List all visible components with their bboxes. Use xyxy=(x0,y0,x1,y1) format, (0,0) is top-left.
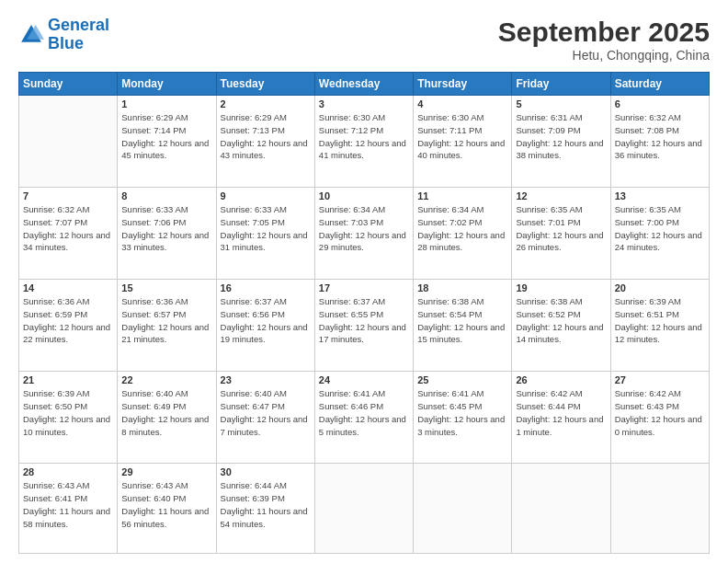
day-number: 14 xyxy=(23,282,113,293)
day-number: 25 xyxy=(417,374,507,385)
cell-w4-d6: 26Sunrise: 6:42 AMSunset: 6:44 PMDayligh… xyxy=(512,372,610,464)
cell-w3-d2: 15Sunrise: 6:36 AMSunset: 6:57 PMDayligh… xyxy=(118,280,216,372)
page: General Blue September 2025 Hetu, Chongq… xyxy=(0,0,728,563)
sun-info: Sunrise: 6:41 AMSunset: 6:46 PMDaylight:… xyxy=(319,387,409,438)
calendar-header: Sunday Monday Tuesday Wednesday Thursday… xyxy=(19,73,710,96)
sun-info: Sunrise: 6:39 AMSunset: 6:50 PMDaylight:… xyxy=(23,387,113,438)
sun-info: Sunrise: 6:43 AMSunset: 6:41 PMDaylight:… xyxy=(23,479,113,530)
cell-w3-d7: 20Sunrise: 6:39 AMSunset: 6:51 PMDayligh… xyxy=(610,280,709,372)
day-number: 4 xyxy=(417,98,507,109)
cell-w5-d7 xyxy=(610,464,709,554)
sun-info: Sunrise: 6:40 AMSunset: 6:47 PMDaylight:… xyxy=(221,387,311,438)
cell-w5-d5 xyxy=(414,464,512,554)
sun-info: Sunrise: 6:40 AMSunset: 6:49 PMDaylight:… xyxy=(121,387,211,438)
day-number: 3 xyxy=(319,98,409,109)
day-number: 1 xyxy=(121,98,211,109)
day-number: 8 xyxy=(121,190,211,201)
cell-w3-d6: 19Sunrise: 6:38 AMSunset: 6:52 PMDayligh… xyxy=(512,280,610,372)
cell-w4-d3: 23Sunrise: 6:40 AMSunset: 6:47 PMDayligh… xyxy=(216,372,314,464)
cell-w5-d4 xyxy=(314,464,413,554)
day-number: 21 xyxy=(23,374,113,385)
cell-w1-d7: 6Sunrise: 6:32 AMSunset: 7:08 PMDaylight… xyxy=(610,96,709,188)
cell-w2-d2: 8Sunrise: 6:33 AMSunset: 7:06 PMDaylight… xyxy=(118,188,216,280)
calendar-table: Sunday Monday Tuesday Wednesday Thursday… xyxy=(18,72,710,554)
cell-w5-d6 xyxy=(512,464,610,554)
week-row-4: 21Sunrise: 6:39 AMSunset: 6:50 PMDayligh… xyxy=(19,372,710,464)
sun-info: Sunrise: 6:32 AMSunset: 7:08 PMDaylight:… xyxy=(615,111,705,162)
sun-info: Sunrise: 6:37 AMSunset: 6:55 PMDaylight:… xyxy=(319,295,409,346)
day-number: 24 xyxy=(319,374,409,385)
day-number: 28 xyxy=(23,466,113,477)
cell-w3-d1: 14Sunrise: 6:36 AMSunset: 6:59 PMDayligh… xyxy=(19,280,118,372)
week-row-5: 28Sunrise: 6:43 AMSunset: 6:41 PMDayligh… xyxy=(19,464,710,554)
cell-w3-d5: 18Sunrise: 6:38 AMSunset: 6:54 PMDayligh… xyxy=(414,280,512,372)
header-row: Sunday Monday Tuesday Wednesday Thursday… xyxy=(19,73,710,96)
sun-info: Sunrise: 6:35 AMSunset: 7:01 PMDaylight:… xyxy=(516,203,606,254)
subtitle: Hetu, Chongqing, China xyxy=(498,48,710,63)
day-number: 11 xyxy=(417,190,507,201)
cell-w5-d1: 28Sunrise: 6:43 AMSunset: 6:41 PMDayligh… xyxy=(19,464,118,554)
week-row-2: 7Sunrise: 6:32 AMSunset: 7:07 PMDaylight… xyxy=(19,188,710,280)
sun-info: Sunrise: 6:37 AMSunset: 6:56 PMDaylight:… xyxy=(221,295,311,346)
cell-w4-d4: 24Sunrise: 6:41 AMSunset: 6:46 PMDayligh… xyxy=(314,372,413,464)
day-number: 27 xyxy=(615,374,705,385)
day-number: 20 xyxy=(615,282,705,293)
day-number: 7 xyxy=(23,190,113,201)
cell-w2-d7: 13Sunrise: 6:35 AMSunset: 7:00 PMDayligh… xyxy=(610,188,709,280)
cell-w4-d2: 22Sunrise: 6:40 AMSunset: 6:49 PMDayligh… xyxy=(118,372,216,464)
day-number: 6 xyxy=(615,98,705,109)
week-row-1: 1Sunrise: 6:29 AMSunset: 7:14 PMDaylight… xyxy=(19,96,710,188)
sun-info: Sunrise: 6:38 AMSunset: 6:54 PMDaylight:… xyxy=(417,295,507,346)
cell-w5-d2: 29Sunrise: 6:43 AMSunset: 6:40 PMDayligh… xyxy=(118,464,216,554)
main-title: September 2025 xyxy=(498,17,710,48)
day-number: 10 xyxy=(319,190,409,201)
cell-w5-d3: 30Sunrise: 6:44 AMSunset: 6:39 PMDayligh… xyxy=(216,464,314,554)
sun-info: Sunrise: 6:33 AMSunset: 7:05 PMDaylight:… xyxy=(221,203,311,254)
day-number: 15 xyxy=(121,282,211,293)
cell-w2-d1: 7Sunrise: 6:32 AMSunset: 7:07 PMDaylight… xyxy=(19,188,118,280)
day-number: 30 xyxy=(221,466,311,477)
sun-info: Sunrise: 6:35 AMSunset: 7:00 PMDaylight:… xyxy=(615,203,705,254)
cell-w2-d6: 12Sunrise: 6:35 AMSunset: 7:01 PMDayligh… xyxy=(512,188,610,280)
sun-info: Sunrise: 6:42 AMSunset: 6:43 PMDaylight:… xyxy=(615,387,705,438)
sun-info: Sunrise: 6:34 AMSunset: 7:03 PMDaylight:… xyxy=(319,203,409,254)
day-number: 26 xyxy=(516,374,606,385)
day-number: 17 xyxy=(319,282,409,293)
col-wednesday: Wednesday xyxy=(314,73,413,96)
sun-info: Sunrise: 6:39 AMSunset: 6:51 PMDaylight:… xyxy=(615,295,705,346)
day-number: 19 xyxy=(516,282,606,293)
day-number: 22 xyxy=(121,374,211,385)
sun-info: Sunrise: 6:34 AMSunset: 7:02 PMDaylight:… xyxy=(417,203,507,254)
cell-w2-d4: 10Sunrise: 6:34 AMSunset: 7:03 PMDayligh… xyxy=(314,188,413,280)
cell-w1-d1 xyxy=(19,96,118,188)
cell-w1-d5: 4Sunrise: 6:30 AMSunset: 7:11 PMDaylight… xyxy=(414,96,512,188)
header: General Blue September 2025 Hetu, Chongq… xyxy=(18,17,710,63)
day-number: 13 xyxy=(615,190,705,201)
cell-w2-d5: 11Sunrise: 6:34 AMSunset: 7:02 PMDayligh… xyxy=(414,188,512,280)
cell-w4-d1: 21Sunrise: 6:39 AMSunset: 6:50 PMDayligh… xyxy=(19,372,118,464)
cell-w1-d6: 5Sunrise: 6:31 AMSunset: 7:09 PMDaylight… xyxy=(512,96,610,188)
cell-w1-d2: 1Sunrise: 6:29 AMSunset: 7:14 PMDaylight… xyxy=(118,96,216,188)
day-number: 2 xyxy=(221,98,311,109)
sun-info: Sunrise: 6:30 AMSunset: 7:12 PMDaylight:… xyxy=(319,111,409,162)
cell-w1-d3: 2Sunrise: 6:29 AMSunset: 7:13 PMDaylight… xyxy=(216,96,314,188)
sun-info: Sunrise: 6:32 AMSunset: 7:07 PMDaylight:… xyxy=(23,203,113,254)
sun-info: Sunrise: 6:44 AMSunset: 6:39 PMDaylight:… xyxy=(221,479,311,530)
day-number: 16 xyxy=(221,282,311,293)
sun-info: Sunrise: 6:38 AMSunset: 6:52 PMDaylight:… xyxy=(516,295,606,346)
cell-w3-d4: 17Sunrise: 6:37 AMSunset: 6:55 PMDayligh… xyxy=(314,280,413,372)
sun-info: Sunrise: 6:36 AMSunset: 6:59 PMDaylight:… xyxy=(23,295,113,346)
logo-text: General Blue xyxy=(48,17,109,53)
calendar-body: 1Sunrise: 6:29 AMSunset: 7:14 PMDaylight… xyxy=(19,96,710,554)
day-number: 9 xyxy=(221,190,311,201)
week-row-3: 14Sunrise: 6:36 AMSunset: 6:59 PMDayligh… xyxy=(19,280,710,372)
day-number: 23 xyxy=(221,374,311,385)
sun-info: Sunrise: 6:41 AMSunset: 6:45 PMDaylight:… xyxy=(417,387,507,438)
day-number: 29 xyxy=(121,466,211,477)
cell-w4-d5: 25Sunrise: 6:41 AMSunset: 6:45 PMDayligh… xyxy=(414,372,512,464)
day-number: 18 xyxy=(417,282,507,293)
cell-w2-d3: 9Sunrise: 6:33 AMSunset: 7:05 PMDaylight… xyxy=(216,188,314,280)
sun-info: Sunrise: 6:36 AMSunset: 6:57 PMDaylight:… xyxy=(121,295,211,346)
sun-info: Sunrise: 6:29 AMSunset: 7:14 PMDaylight:… xyxy=(121,111,211,162)
col-friday: Friday xyxy=(512,73,610,96)
